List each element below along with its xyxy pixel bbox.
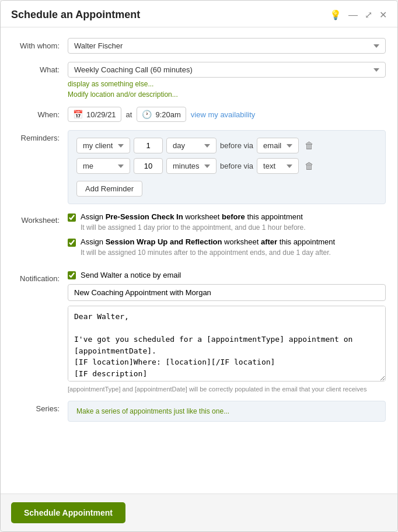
minimize-icon[interactable]: — <box>348 10 358 20</box>
worksheet2-checkbox[interactable] <box>68 239 76 247</box>
window-controls: 💡 — ⤢ ✕ <box>330 10 387 20</box>
worksheet-item-2: Assign Session Wrap Up and Reflection wo… <box>68 237 386 257</box>
series-link[interactable]: Make a series of appointments just like … <box>76 407 377 415</box>
time-value: 9:20am <box>155 110 180 119</box>
notification-hint: [appointmentType] and [appointmentDate] … <box>68 386 386 393</box>
delete-reminder1-icon[interactable]: 🗑 <box>305 141 314 151</box>
title-bar: Schedule an Appointment 💡 — ⤢ ✕ <box>1 1 397 27</box>
worksheet1-desc: It will be assigned 1 day prior to the a… <box>68 223 386 232</box>
worksheet1-check-row: Assign Pre-Session Check In worksheet be… <box>68 212 386 222</box>
notification-field: Send Walter a notice by email Dear Walte… <box>68 271 386 393</box>
reminder1-via-select[interactable]: email text both <box>257 138 299 153</box>
with-whom-label: With whom: <box>12 38 68 50</box>
notification-body-textarea[interactable]: Dear Walter, I've got you scheduled for … <box>68 306 386 382</box>
worksheet2-bold2: after <box>261 237 277 246</box>
reminder2-num-input[interactable] <box>134 158 163 174</box>
main-window: Schedule an Appointment 💡 — ⤢ ✕ With who… <box>0 0 398 532</box>
schedule-appointment-button[interactable]: Schedule Appointment <box>11 502 125 523</box>
reminders-field: my client me both day days hours minutes… <box>68 130 386 204</box>
reminder-row-1: my client me both day days hours minutes… <box>76 138 377 153</box>
at-label: at <box>126 110 132 119</box>
view-availability-link[interactable]: view my availability <box>191 110 256 119</box>
display-as-link[interactable]: display as something else... <box>68 80 386 88</box>
reminder1-num-input[interactable] <box>134 138 163 153</box>
reminder2-who-select[interactable]: me my client both <box>76 158 130 174</box>
reminder1-unit-select[interactable]: day days hours minutes week weeks <box>166 138 217 153</box>
notification-subject-input[interactable] <box>68 284 386 301</box>
form-content: With whom: Walter Fischer What: Weekly C… <box>1 27 397 494</box>
reminder2-via-select[interactable]: text email both <box>257 158 299 174</box>
before-via-label-1: before via <box>220 141 253 150</box>
what-select[interactable]: Weekly Coaching Call (60 minutes) <box>68 62 386 78</box>
notification-check-label: Send Walter a notice by email <box>81 271 181 279</box>
reminder-row-2: me my client both minutes day days hours… <box>76 158 377 174</box>
worksheet1-text: Assign Pre-Session Check In worksheet be… <box>81 212 303 221</box>
worksheet-field: Assign Pre-Session Check In worksheet be… <box>68 212 386 262</box>
before-via-label-2: before via <box>220 162 253 170</box>
close-icon[interactable]: ✕ <box>379 10 387 20</box>
worksheet-label: Worksheet: <box>12 212 68 225</box>
notification-checkbox[interactable] <box>68 271 76 279</box>
notification-label: Notification: <box>12 271 68 283</box>
with-whom-select[interactable]: Walter Fischer <box>68 38 386 54</box>
when-row: When: 📅 10/29/21 at 🕐 9:20am view my ava… <box>12 107 386 122</box>
series-field: Make a series of appointments just like … <box>68 401 386 422</box>
with-whom-field: Walter Fischer <box>68 38 386 54</box>
when-label: When: <box>12 107 68 119</box>
what-label: What: <box>12 62 68 74</box>
series-label: Series: <box>12 401 68 413</box>
notification-row: Notification: Send Walter a notice by em… <box>12 271 386 393</box>
time-input[interactable]: 🕐 9:20am <box>137 107 186 122</box>
footer: Schedule Appointment <box>1 494 397 531</box>
worksheet1-bold1: Pre-Session Check In <box>106 212 183 221</box>
expand-icon[interactable]: ⤢ <box>365 10 372 20</box>
when-controls: 📅 10/29/21 at 🕐 9:20am view my availabil… <box>68 107 386 122</box>
notification-check-row: Send Walter a notice by email <box>68 271 386 279</box>
reminders-section: my client me both day days hours minutes… <box>68 130 386 204</box>
modify-location-link[interactable]: Modify location and/or description... <box>68 90 386 99</box>
when-field: 📅 10/29/21 at 🕐 9:20am view my availabil… <box>68 107 386 122</box>
worksheet2-check-row: Assign Session Wrap Up and Reflection wo… <box>68 237 386 247</box>
clock-icon: 🕐 <box>142 110 152 119</box>
reminders-row: Reminders: my client me both day days <box>12 130 386 204</box>
worksheet-item-1: Assign Pre-Session Check In worksheet be… <box>68 212 386 232</box>
reminder2-unit-select[interactable]: minutes day days hours week weeks <box>166 158 217 174</box>
what-row: What: Weekly Coaching Call (60 minutes) … <box>12 62 386 99</box>
window-title: Schedule an Appointment <box>11 9 140 21</box>
what-field: Weekly Coaching Call (60 minutes) displa… <box>68 62 386 99</box>
worksheet1-checkbox[interactable] <box>68 214 76 222</box>
worksheet-row: Worksheet: Assign Pre-Session Check In w… <box>12 212 386 262</box>
worksheet2-bold1: Session Wrap Up and Reflection <box>106 237 222 246</box>
calendar-icon: 📅 <box>73 110 83 119</box>
lightbulb-icon[interactable]: 💡 <box>330 10 341 20</box>
add-reminder-button[interactable]: Add Reminder <box>76 181 142 197</box>
with-whom-row: With whom: Walter Fischer <box>12 38 386 54</box>
worksheet1-bold2: before <box>222 212 245 221</box>
reminders-label: Reminders: <box>12 130 68 142</box>
date-input[interactable]: 📅 10/29/21 <box>68 107 121 122</box>
series-section: Make a series of appointments just like … <box>68 401 386 422</box>
worksheet2-desc: It will be assigned 10 minutes after to … <box>68 249 386 257</box>
series-row: Series: Make a series of appointments ju… <box>12 401 386 422</box>
delete-reminder2-icon[interactable]: 🗑 <box>305 161 314 172</box>
reminder1-who-select[interactable]: my client me both <box>76 138 130 153</box>
date-value: 10/29/21 <box>86 110 116 119</box>
worksheet2-text: Assign Session Wrap Up and Reflection wo… <box>81 237 335 246</box>
